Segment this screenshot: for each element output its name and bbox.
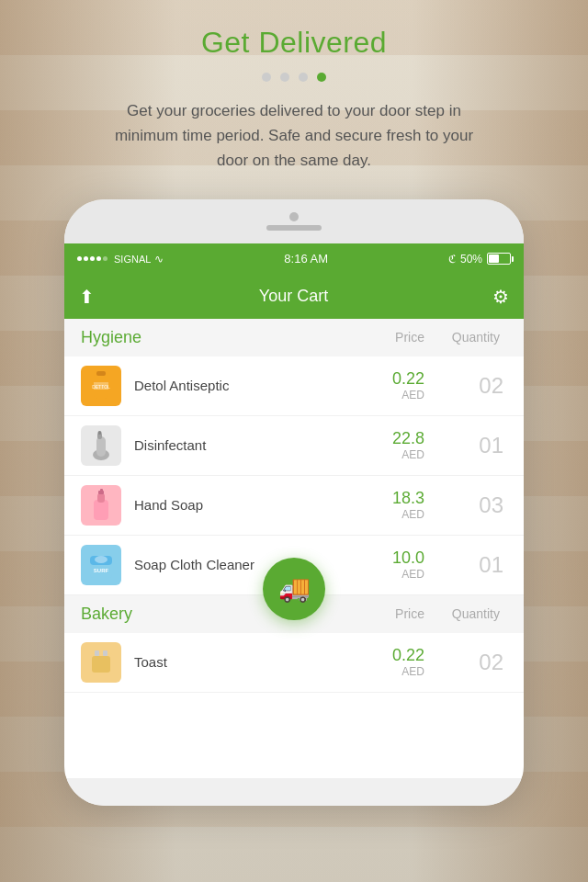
signal-dot-4 <box>96 256 101 261</box>
item-name-3: Hand Soap <box>134 497 342 513</box>
battery-icon <box>487 253 511 265</box>
hygiene-qty-col-header: Quantity <box>424 330 507 345</box>
hygiene-label: Hygiene <box>81 328 342 347</box>
bakery-item-name-1: Toast <box>134 654 342 670</box>
toast-icon <box>81 642 121 683</box>
status-time: 8:16 AM <box>284 252 328 266</box>
dot-1[interactable] <box>262 73 271 82</box>
wifi-icon: ∿ <box>154 253 164 266</box>
status-bar: SIGNAL ∿ 8:16 AM ℭ 50% <box>64 243 524 275</box>
bakery-price-value-1: 0.22 <box>342 646 424 665</box>
app-header: ⬆ Your Cart ⚙ <box>64 275 524 319</box>
bakery-price-col-header: Price <box>342 606 424 621</box>
battery-percent: 50% <box>460 253 482 266</box>
signal-dot-1 <box>77 256 82 261</box>
item-price-4: 10.0 AED <box>342 548 424 581</box>
phone-camera <box>289 212 299 221</box>
price-currency-1: AED <box>342 389 424 401</box>
bakery-price-currency-1: AED <box>342 665 424 678</box>
status-right: ℭ 50% <box>448 253 511 266</box>
phone-bottom-chrome <box>64 778 524 806</box>
svg-text:SURF: SURF <box>94 568 109 573</box>
soap-icon <box>81 485 121 526</box>
svg-rect-5 <box>96 436 106 457</box>
price-currency-4: AED <box>342 568 424 581</box>
svg-rect-8 <box>94 500 108 520</box>
phone-top-chrome <box>64 199 524 243</box>
svg-rect-17 <box>92 656 110 673</box>
signal-dot-2 <box>84 256 88 261</box>
status-left: SIGNAL ∿ <box>77 253 164 266</box>
price-value-4: 10.0 <box>342 548 424 568</box>
cloth-cleaner-icon: SURF <box>81 545 121 585</box>
carousel-dots <box>262 73 326 82</box>
bluetooth-icon: ℭ <box>448 253 456 266</box>
phone-mockup: SIGNAL ∿ 8:16 AM ℭ 50% ⬆ Your Cart ⚙ Hyg… <box>64 199 524 806</box>
settings-icon[interactable]: ⚙ <box>492 286 509 308</box>
subtitle-text: Get your groceries delivered to your doo… <box>101 98 487 174</box>
svg-point-14 <box>95 556 107 563</box>
bakery-section-header: Bakery Price Quantity 🚚 <box>64 595 524 633</box>
hygiene-section-header: Hygiene Price Quantity <box>64 319 524 356</box>
item-price-3: 18.3 AED <box>342 489 424 521</box>
item-name-1: Detol Antiseptic <box>134 378 342 393</box>
bakery-item-1: Toast 0.22 AED 02 <box>64 633 524 693</box>
price-currency-3: AED <box>342 508 424 521</box>
hygiene-item-1: DETTOL Detol Antiseptic 0.22 AED 02 <box>64 356 524 416</box>
hygiene-item-3: Hand Soap 18.3 AED 03 <box>64 476 524 536</box>
share-icon[interactable]: ⬆ <box>79 286 95 308</box>
hygiene-price-col-header: Price <box>342 330 424 345</box>
item-price-2: 22.8 AED <box>342 429 424 461</box>
svg-rect-18 <box>95 650 99 656</box>
page-title: Get Delivered <box>201 26 387 60</box>
svg-rect-19 <box>103 650 107 656</box>
cart-fab[interactable]: 🚚 <box>263 558 325 620</box>
phone-speaker <box>266 225 322 231</box>
disinfectant-icon <box>81 425 121 466</box>
svg-rect-9 <box>97 493 105 503</box>
item-qty-2: 01 <box>424 433 507 458</box>
price-value-3: 18.3 <box>342 489 424 508</box>
dot-4[interactable] <box>317 73 326 82</box>
signal-dot-3 <box>90 256 95 261</box>
price-currency-2: AED <box>342 448 424 461</box>
bakery-item-price-1: 0.22 AED <box>342 646 424 678</box>
dot-3[interactable] <box>299 73 308 82</box>
delivery-truck-icon: 🚚 <box>278 573 311 604</box>
battery-fill <box>489 254 499 263</box>
signal-dot-5 <box>103 256 107 261</box>
item-qty-1: 02 <box>424 373 507 399</box>
item-qty-4: 01 <box>424 552 507 578</box>
bakery-qty-col-header: Quantity <box>424 606 507 621</box>
dettol-icon: DETTOL <box>81 366 121 406</box>
hygiene-item-2: Disinfectant 22.8 AED 01 <box>64 416 524 476</box>
item-qty-3: 03 <box>424 492 507 518</box>
signal-indicator <box>77 256 107 261</box>
dot-2[interactable] <box>280 73 289 82</box>
item-price-1: 0.22 AED <box>342 369 424 401</box>
svg-point-7 <box>98 431 102 435</box>
cart-content: Hygiene Price Quantity DETTOL Detol Anti… <box>64 319 524 778</box>
bakery-item-qty-1: 02 <box>424 650 507 675</box>
svg-rect-1 <box>96 371 106 376</box>
price-value-1: 0.22 <box>342 369 424 389</box>
svg-rect-11 <box>100 489 103 492</box>
signal-label: SIGNAL <box>114 254 151 265</box>
cart-title: Your Cart <box>259 287 328 306</box>
item-name-2: Disinfectant <box>134 437 342 453</box>
price-value-2: 22.8 <box>342 429 424 448</box>
svg-text:DETTOL: DETTOL <box>92 384 110 390</box>
